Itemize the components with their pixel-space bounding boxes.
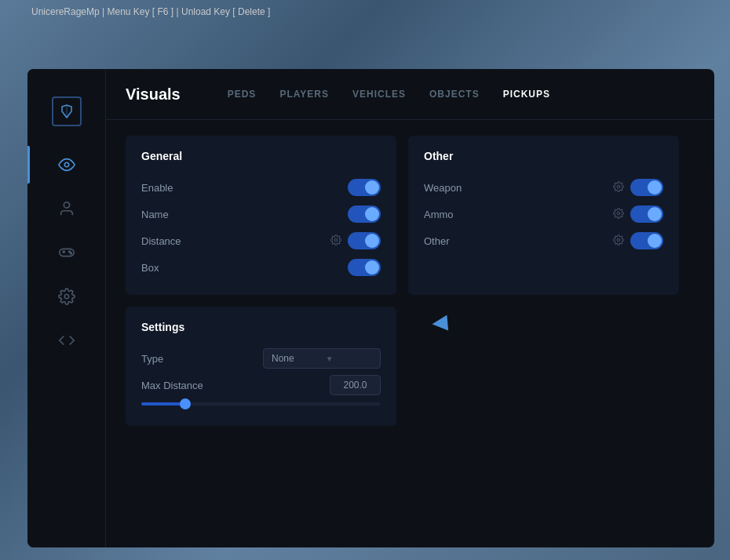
svg-point-7 [617,185,620,188]
title-text: UnicereRageMp | Menu Key [ F6 ] | Unload… [31,6,270,17]
svg-point-8 [617,212,620,215]
icon-sidebar [27,69,106,547]
svg-point-4 [70,253,71,254]
type-row: Type None ▼ [141,345,381,372]
cursor-arrow-icon: ◀ [431,303,527,335]
ammo-row: Ammo [424,201,663,227]
max-distance-slider-container [141,398,381,412]
box-row: Box [141,254,381,281]
settings-panel: Settings Type None ▼ Max Distance 200.0 [126,307,396,426]
distance-settings-icon[interactable] [330,235,341,248]
eye-icon [58,156,75,173]
ammo-toggle[interactable] [630,205,663,223]
slider-thumb[interactable] [180,398,191,409]
top-bar: Visuals PEDS PLAYERS VEHICLES OBJECTS PI… [106,69,714,120]
settings-panel-title: Settings [141,321,381,333]
logo-icon [52,96,82,126]
nav-items [27,146,105,359]
content-area: Visuals PEDS PLAYERS VEHICLES OBJECTS PI… [106,69,714,547]
distance-toggle[interactable] [348,232,381,249]
enable-row: Enable [141,174,381,201]
slider-fill [141,402,184,405]
name-label: Name [141,209,169,220]
slider-track[interactable] [141,402,381,405]
sidebar-item-settings[interactable] [27,278,105,315]
weapon-toggle[interactable] [630,179,663,196]
panels-area: General Enable Name Dista [106,120,714,547]
tab-players[interactable]: PLAYERS [279,85,329,104]
name-row: Name [141,201,381,227]
ammo-label: Ammo [424,209,454,220]
gear-icon [58,288,75,305]
other-item-settings-icon[interactable] [613,235,624,248]
weapon-label: Weapon [424,182,462,194]
max-distance-label: Max Distance [141,380,203,391]
other-panel-title: Other [424,150,663,162]
max-distance-row: Max Distance 200.0 [141,372,381,398]
distance-label: Distance [141,235,181,247]
svg-point-1 [64,202,69,208]
code-icon [58,332,75,349]
tab-peds[interactable]: PEDS [228,85,257,104]
sidebar-item-code[interactable] [27,322,105,359]
type-label: Type [141,353,163,365]
ammo-settings-icon[interactable] [613,208,624,221]
enable-toggle[interactable] [348,179,381,196]
box-label: Box [141,262,159,274]
sidebar-item-player[interactable] [27,190,105,227]
title-bar: UnicereRageMp | Menu Key [ F6 ] | Unload… [31,6,270,17]
gamepad-icon [58,244,75,261]
svg-point-5 [64,294,69,299]
name-toggle[interactable] [348,205,381,223]
svg-point-9 [617,238,620,242]
other-panel: Other Weapon [408,136,679,295]
tab-pickups[interactable]: PICKUPS [503,85,550,104]
other-item-toggle[interactable] [630,232,663,249]
sidebar-item-visuals[interactable] [27,146,105,184]
enable-label: Enable [141,182,173,194]
weapon-controls [613,179,663,196]
section-title: Visuals [126,85,181,104]
distance-controls [330,232,381,249]
distance-row: Distance [141,227,381,254]
weapon-settings-icon[interactable] [613,181,624,195]
general-panel-title: General [141,150,381,162]
type-dropdown-value: None [272,353,294,364]
box-toggle[interactable] [348,259,381,276]
weapon-row: Weapon [424,174,663,201]
other-item-row: Other [424,227,663,254]
tab-vehicles[interactable]: VEHICLES [352,85,406,104]
other-item-label: Other [424,235,450,247]
general-panel: General Enable Name Dista [126,136,396,295]
tab-nav: PEDS PLAYERS VEHICLES OBJECTS PICKUPS [228,85,550,104]
svg-point-6 [334,238,338,242]
ammo-controls [613,205,663,223]
other-item-controls [613,232,663,249]
logo-area [27,85,105,146]
tab-objects[interactable]: OBJECTS [429,85,480,104]
svg-point-0 [64,162,69,167]
person-icon [58,200,75,217]
main-window: Visuals PEDS PLAYERS VEHICLES OBJECTS PI… [27,69,714,547]
cursor-area: ◀ [432,307,526,354]
sidebar-item-controller[interactable] [27,234,105,271]
type-dropdown[interactable]: None ▼ [263,348,381,369]
max-distance-value[interactable]: 200.0 [330,375,381,395]
dropdown-arrow-icon: ▼ [326,355,334,363]
